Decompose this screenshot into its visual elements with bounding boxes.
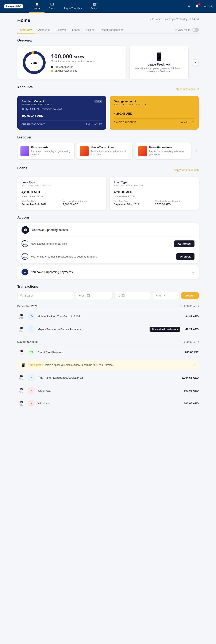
current-footer-label: CURRENT ACCOUNT [22,123,45,126]
nav-item-pay-transfers[interactable]: Pay & Transfers [60,0,86,13]
from-date-picker[interactable]: From [76,292,112,299]
tip-text: That's great! Here's a tip for you, find… [28,364,193,366]
accounts-section-title: Accounts [17,85,33,89]
authorise-button[interactable]: Authorise [174,240,194,247]
search-icon-nav[interactable] [187,4,192,9]
logout-button[interactable]: Log out [203,5,212,8]
current-footer-linked: Linked to 2 [86,123,102,126]
page-header: Home Hello James, Last Login Yesterday, … [17,18,199,23]
legend-label-savings: Savings Accounts (2) [54,69,78,72]
filter-dropdown[interactable]: Filter [153,292,179,299]
tx-icon-dec-1 [28,325,35,333]
notifications-icon[interactable]: 1 [195,4,199,9]
discover-text-1: New offer on loan Pay for the outstandin… [91,146,130,156]
loan-amount-decimals-0: .00 AED [29,190,40,194]
subnav-actions[interactable]: Actions [83,26,97,34]
pending-actions-chevron: ⌃ [191,228,194,232]
upcoming-payments-header[interactable]: You have 4 upcoming payments ⌄ [17,265,199,279]
overview-details: 100,000 .00 AED Total Balance from your … [51,50,122,75]
nav-item-settings[interactable]: Settings [86,0,104,13]
carousel-next-button[interactable] [192,59,199,66]
action-left-0: 2min New access to online banking [22,240,67,247]
tx-month-total-dec: 10,200.00 AED [180,304,199,308]
tx-icon-nov-2 [28,387,35,394]
overdraft-icon [22,108,25,110]
transactions-section: Transactions From To Filter Search D [17,285,199,410]
subnav-latest-transactions[interactable]: Latest transactions [97,26,126,34]
upcoming-text: You have 4 upcoming payments [31,270,73,274]
from-label: From [79,294,85,297]
feedback-icon: 📱 [154,52,164,61]
donut-center-label: June [31,61,37,64]
pending-actions-header[interactable]: You have 2 pending actions ⌃ [17,223,199,237]
action-row-0: 2min New access to online banking Author… [17,237,199,250]
discover-title-0: Earn rewards [31,146,71,149]
legend-current: Current Account [51,66,122,68]
apply-loan-link[interactable]: Apply for a new loan [174,168,199,172]
tip-banner: 📱 That's great! Here's a tip for you, fi… [17,360,199,370]
feedback-text: We value your opinion, please click here… [134,67,184,73]
loan-installment-label-0: Next Installment Amount [63,200,102,202]
tx-row-nov-2: 19 Nov Withdrawal 500.65 AED [17,384,199,397]
sub-navigation: Overview Accounts Discover Loans Actions… [17,26,199,34]
tx-month-nov-1: Nov [17,378,25,380]
tx-amount-nov-0: 985.65 INR [185,351,199,354]
loan-due-label-1: Next Due Date [114,200,153,202]
loan-installment-0: Next Installment Amount 2,500.00 AED [63,200,102,206]
discover-card-2[interactable]: New offer on loan Pay for the outstandin… [135,143,191,160]
search-icon-tx [20,294,23,297]
tx-row-dec-0: 10 Dec Mobile Banking Transfer to Ac3102… [17,310,199,323]
discover-title-2: New offer on loan [149,146,188,149]
to-date-picker[interactable]: To [115,292,151,299]
home-icon [35,2,39,6]
nav-item-cards[interactable]: Cards [45,0,60,13]
unblock-button[interactable]: Unblock [176,253,194,260]
loan-due-value-0: September 24th, 2019 [22,203,47,206]
search-button[interactable]: Search [181,292,199,299]
filter-chevron-icon [163,294,166,297]
loan-card-0: Loan Type P671 4000 1ME5 1146 3726 4,200… [17,177,106,210]
subnav-accounts[interactable]: Accounts [36,26,53,34]
loan-due-value-1: September 24th, 2019 [114,203,139,206]
savings-balance: 4,200.45 AED [114,110,194,116]
tx-day-nov-2: 19 [17,388,25,391]
subnav-discover[interactable]: Discover [53,26,69,34]
tx-desc-nov-1: Rma Tt Ref: Ephco33100000CLx4 16 [38,376,179,379]
legend-label-current: Current Account [54,66,73,68]
tx-date-nov-2: 19 Nov [17,388,25,393]
convert-to-installments-button[interactable]: Convert to Installments [150,327,180,332]
tx-month-nov-0: Nov [17,352,25,355]
discover-cards-scroll: Earn rewards Pay a friend on mePay to ge… [17,143,199,160]
nav-item-home[interactable]: Home [29,0,45,13]
discover-card-1[interactable]: New offer on loan Pay for the outstandin… [77,143,133,160]
current-balance: 100,000.45 AED [22,112,102,118]
search-input[interactable] [25,294,72,297]
tx-month-label-nov: November 2020 [17,340,38,344]
pay-transfers-icon [71,2,75,6]
main-content: Home Hello James, Last Login Yesterday, … [13,13,203,421]
overdraft-row: 17,990.00 AED remaining overdraft [22,108,102,110]
tx-month-nov-3: Nov [17,404,25,406]
privacy-mode-toggle[interactable] [192,28,199,32]
discover-card-0[interactable]: Earn rewards Pay a friend on mePay to ge… [17,143,74,160]
savings-account-number: AE11 1111 1111 1111 1111 111 [114,103,194,106]
subnav-overview[interactable]: Overview [17,26,36,34]
transactions-filters: From To Filter Search [17,292,199,299]
discover-text-2: New offer on loan Pay for the outstandin… [149,146,188,156]
subnav-loans[interactable]: Loans [69,26,83,34]
discover-img-2 [138,146,147,156]
loan-due-label-0: Next Due Date [22,200,61,202]
from-calendar-icon [87,294,90,297]
loan-ref-0: P671 4000 1ME5 1146 3726 [22,184,102,187]
tx-date-dec-0: 10 Dec [17,314,25,319]
pending-actions-header-left: You have 2 pending actions [22,226,68,234]
feedback-close-icon[interactable]: × [184,48,186,52]
tip-close-icon[interactable]: × [193,363,195,367]
loan-card-1: Loan Type P671 4000 1ME5 1146 3726 4,200… [110,177,199,210]
nav-right: 1 Log out [187,4,212,9]
tx-amount-nov-3: 200.65 AED [184,402,199,405]
discover-carousel-arrow[interactable] [194,148,199,154]
brand-logo: Emirates NBD [4,4,23,8]
open-new-account-link[interactable]: Open new account [176,88,199,90]
loan-amount-0: 4,200.00 AED [22,189,102,194]
